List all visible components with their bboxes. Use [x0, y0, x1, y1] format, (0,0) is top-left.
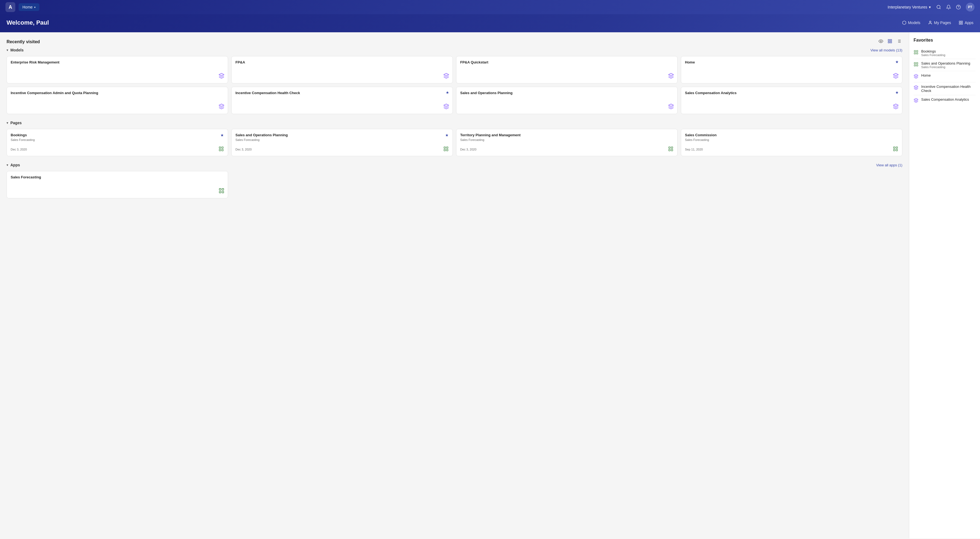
models-cards-grid: Enterprise Risk Management FP&A	[6, 56, 902, 114]
page-card-title: Territory Planning and Management	[460, 133, 673, 138]
view-all-models-link[interactable]: View all models (13)	[870, 48, 902, 52]
svg-rect-42	[914, 53, 915, 54]
model-card-sales-comp[interactable]: Sales Compensation Analytics ★	[681, 87, 902, 114]
star-icon[interactable]: ★	[445, 133, 449, 137]
svg-rect-20	[219, 147, 221, 148]
svg-rect-7	[961, 23, 963, 24]
apps-chevron[interactable]: ▾	[6, 163, 8, 167]
app-card-sales-forecasting[interactable]: Sales Forecasting	[6, 171, 228, 198]
svg-rect-39	[222, 191, 224, 193]
models-chevron[interactable]: ▾	[6, 48, 8, 52]
fav-item-sales-ops[interactable]: Sales and Operations Planning Sales Fore…	[913, 59, 975, 71]
page-card-date: Dec 3, 2020	[11, 148, 27, 151]
welcome-bar: Welcome, Paul Models My Pages Apps	[0, 14, 980, 32]
list-view-icon[interactable]	[896, 38, 902, 46]
model-card-incentive-admin[interactable]: Incentive Compensation Admin and Quota P…	[6, 87, 228, 114]
star-icon[interactable]: ★	[220, 133, 224, 137]
models-section-title: ▾ Models	[6, 48, 24, 52]
apps-section-header: ▾ Apps View all apps (1)	[6, 163, 902, 167]
svg-rect-21	[222, 147, 223, 148]
model-card-home[interactable]: Home ★	[681, 56, 902, 83]
page-icon	[668, 146, 673, 153]
page-card-subtitle: Sales Forecasting	[460, 138, 673, 142]
card-bottom: Sep 11, 2020	[685, 146, 898, 153]
page-card-date: Dec 3, 2020	[235, 148, 251, 151]
welcome-action-group: Models My Pages Apps	[902, 21, 974, 25]
user-avatar[interactable]: PT	[966, 3, 975, 11]
home-nav-chevron: ▾	[34, 6, 35, 9]
svg-rect-33	[896, 147, 898, 148]
model-card-fpa-quickstart[interactable]: FP&A Quickstart	[456, 56, 678, 83]
models-title-label: Models	[10, 48, 24, 52]
welcome-message: Welcome, Paul	[6, 19, 49, 26]
app-card-title: Sales Forecasting	[11, 175, 224, 180]
search-icon[interactable]	[936, 5, 941, 10]
model-card-title: Enterprise Risk Management	[11, 60, 224, 65]
fav-item-text: Home	[921, 73, 931, 77]
notifications-icon[interactable]	[946, 5, 951, 10]
svg-rect-10	[888, 40, 889, 41]
svg-rect-37	[222, 188, 224, 190]
fav-model-icon	[913, 74, 918, 80]
svg-rect-24	[444, 147, 446, 148]
svg-rect-31	[671, 149, 673, 151]
model-card-title: Sales and Operations Planning	[460, 91, 673, 96]
company-selector[interactable]: Interplanetary Ventures ▾	[888, 5, 931, 9]
page-card-title: Sales Commission	[685, 133, 898, 138]
card-bottom: Dec 3, 2020	[460, 146, 673, 153]
recently-visited-title: Recently visited	[6, 40, 40, 44]
svg-rect-40	[914, 50, 915, 52]
page-card-title: Bookings	[11, 133, 32, 138]
models-button[interactable]: Models	[902, 21, 920, 25]
fav-page-icon	[913, 50, 918, 56]
fav-item-bookings[interactable]: Bookings Sales Forecasting	[913, 47, 975, 59]
eye-icon[interactable]	[877, 38, 884, 46]
svg-rect-36	[219, 188, 221, 190]
model-card-fpa[interactable]: FP&A	[231, 56, 453, 83]
star-icon[interactable]: ★	[446, 90, 449, 95]
help-icon[interactable]	[956, 5, 961, 10]
grid-view-icon[interactable]	[886, 38, 893, 46]
apps-section-title: ▾ Apps	[6, 163, 20, 167]
model-card-enterprise-risk[interactable]: Enterprise Risk Management	[6, 56, 228, 83]
svg-rect-6	[961, 21, 963, 22]
star-icon[interactable]: ★	[895, 90, 899, 95]
my-pages-button[interactable]: My Pages	[928, 21, 951, 25]
page-card-territory[interactable]: Territory Planning and Management Sales …	[456, 129, 678, 156]
fav-item-text: Bookings Sales Forecasting	[921, 49, 945, 57]
apps-button[interactable]: Apps	[959, 21, 974, 25]
model-icon	[893, 104, 899, 110]
svg-rect-47	[916, 65, 918, 66]
page-card-sales-ops[interactable]: Sales and Operations Planning ★ Sales Fo…	[231, 129, 453, 156]
svg-rect-5	[959, 21, 961, 22]
pages-section-header: ▾ Pages	[6, 121, 902, 125]
svg-rect-43	[916, 53, 918, 54]
fav-item-incentive-health[interactable]: Incentive Compensation Health Check	[913, 82, 975, 95]
pages-chevron[interactable]: ▾	[6, 121, 8, 125]
svg-rect-27	[447, 149, 448, 151]
page-card-bookings[interactable]: Bookings ★ Sales Forecasting Dec 3, 2020	[6, 129, 228, 156]
pages-section-title: ▾ Pages	[6, 121, 22, 125]
models-section-header: ▾ Models View all models (13)	[6, 48, 902, 52]
my-pages-label: My Pages	[934, 21, 951, 25]
app-logo[interactable]: A	[5, 2, 15, 12]
home-nav-button[interactable]: Home ▾	[19, 3, 40, 11]
page-icon	[893, 146, 898, 153]
svg-rect-11	[890, 40, 892, 41]
page-card-subtitle: Sales Forecasting	[235, 138, 449, 142]
fav-item-sales-comp[interactable]: Sales Compensation Analytics	[913, 95, 975, 106]
pages-section: ▾ Pages Bookings ★ Sales Forecasting Dec…	[6, 121, 902, 156]
top-navigation: A Home ▾ Interplanetary Ventures ▾ PT	[0, 0, 980, 14]
fav-page-icon	[913, 62, 918, 68]
view-all-apps-link[interactable]: View all apps (1)	[876, 163, 902, 167]
nav-icon-group: PT	[936, 3, 975, 11]
page-card-date: Dec 3, 2020	[460, 148, 476, 151]
model-card-incentive-health[interactable]: Incentive Compensation Health Check ★	[231, 87, 453, 114]
fav-item-home[interactable]: Home	[913, 71, 975, 82]
model-card-sales-ops[interactable]: Sales and Operations Planning	[456, 87, 678, 114]
app-icon	[218, 188, 224, 195]
models-section: ▾ Models View all models (13) Enterprise…	[6, 48, 902, 114]
page-card-sales-commission[interactable]: Sales Commission Sales Forecasting Sep 1…	[681, 129, 902, 156]
star-icon[interactable]: ★	[895, 60, 899, 64]
model-card-title: Incentive Compensation Health Check	[235, 91, 449, 96]
